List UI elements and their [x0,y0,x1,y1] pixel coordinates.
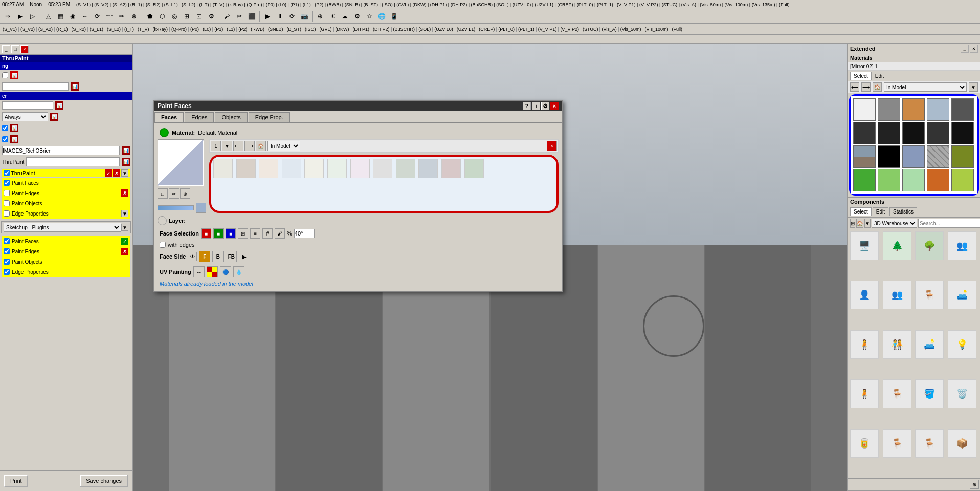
mat-swatch-4[interactable] [282,159,301,178]
comp-table1[interactable]: 🛋️ [915,330,944,359]
comp-table3[interactable]: 🪑 [883,429,911,458]
material-browser[interactable] [209,155,559,213]
checkbox2[interactable] [2,125,8,131]
in-model-nav-4[interactable]: ▼ [969,82,978,92]
mat-btn-nav2[interactable]: ⟶ [244,141,255,151]
comp-tall1[interactable]: 🪣 [915,379,944,408]
tab-edge-prop[interactable]: Edge Prop. [249,112,290,122]
mat-swatch-5[interactable] [304,159,324,178]
cb-edge-props-1[interactable] [4,210,10,217]
comp-tab-edit[interactable]: Edit [873,207,888,216]
swatch-black[interactable] [878,145,900,168]
swatch-dark3[interactable] [878,122,900,144]
swatch-blue1[interactable] [902,145,925,168]
plugin-down-icon-2[interactable]: ▼ [121,224,128,231]
with-edges-checkbox[interactable] [160,242,166,248]
comp-nav-1[interactable]: ⊞ [850,219,855,228]
comp-tree2[interactable]: 🌳 [915,231,944,260]
toolbar-btn-7[interactable]: ↔ [79,11,91,22]
swatch-lime[interactable] [951,169,974,191]
uv-btn-3[interactable]: 🔵 [220,266,231,277]
plugin-select[interactable]: Sketchup - Plugins [4,223,121,232]
view-tab[interactable]: (I_T) [123,27,136,32]
toolbar-btn-13[interactable]: ⬡ [157,11,168,22]
toolbar-btn-4[interactable]: △ [42,11,54,22]
view-tab[interactable]: (DH P1) [351,27,372,32]
comp-tab-statistics[interactable]: Statistics [889,207,917,216]
sel-btn-red[interactable]: ■ [201,228,211,239]
chart-icon-5[interactable]: 📊 [10,124,18,132]
chart-icon-6[interactable]: 📊 [10,135,18,143]
toolbar-btn-31[interactable]: 📱 [388,11,399,22]
layer-toggle[interactable] [158,216,167,225]
view-tab[interactable]: (DH P2) [371,27,392,32]
toolbar-btn-12[interactable]: ⬟ [144,11,155,22]
view-tab[interactable]: (S_L1) [88,27,105,32]
comp-people3[interactable]: 👥 [883,281,911,309]
input-1000[interactable]: 1000 [2,82,69,91]
comp-nav-3[interactable]: ▼ [864,219,871,228]
input-30[interactable]: 30 [2,101,53,110]
sel-paint-icon[interactable]: 🖌 [275,228,285,239]
mat-swatch-3[interactable] [259,159,278,178]
toolbar-btn-22[interactable]: ⏸ [274,11,285,22]
uv-btn-4[interactable]: 💧 [233,266,244,277]
close-btn-left[interactable]: × [20,45,29,53]
comp-people1[interactable]: 👥 [948,231,976,260]
mat-swatch-2[interactable] [236,159,256,178]
mat-btn-arrow[interactable]: ▼ [222,141,232,151]
toolbar-btn-16[interactable]: ⊡ [193,11,205,22]
mat-swatch-12[interactable] [464,159,484,178]
dialog-settings-btn[interactable]: ⚙ [541,102,549,110]
face-side-F[interactable]: F [199,251,210,262]
swatch-gray1[interactable] [878,98,900,121]
dialog-close-btn[interactable]: × [550,102,559,110]
comp-couch[interactable]: 🛋️ [948,281,976,309]
chart-icon-4[interactable]: 📊 [50,113,58,121]
view-tab[interactable]: (GVL) [318,27,334,32]
toolbar-btn-1[interactable]: ⇒ [2,11,13,22]
dialog-help-btn[interactable]: ? [523,102,531,110]
comp-tab-select[interactable]: Select [850,207,872,216]
chart-icon-1[interactable]: 📊 [10,71,18,79]
comp-table2[interactable]: 🪑 [883,379,911,408]
toolbar-btn-27[interactable]: ☁ [339,11,350,22]
toolbar-btn-15[interactable]: ⊞ [181,11,192,22]
toolbar-btn-29[interactable]: ☆ [364,11,375,22]
view-tab[interactable]: (S_V2) [19,27,37,32]
preview-icon-3[interactable]: ⊕ [180,188,190,199]
sel-btn-lines[interactable]: ≡ [250,228,260,239]
view-tab[interactable]: (S_L2) [105,27,123,32]
face-side-FB[interactable]: FB [226,251,237,262]
warehouse-select[interactable]: 3D Warehouse [872,219,917,228]
view-tab[interactable]: (PLT_1) [517,27,537,32]
view-tab[interactable]: (L1) [225,27,237,32]
mat-swatch-9[interactable] [396,159,415,178]
in-model-select[interactable]: In Model [884,82,967,92]
swatch-white[interactable] [853,98,876,121]
swatch-dark5[interactable] [927,122,949,144]
toolbar-btn-11[interactable]: ⊕ [128,11,140,22]
comp-can[interactable]: 🥫 [850,429,879,458]
toolbar-btn-30[interactable]: 🌐 [376,11,387,22]
toolbar-btn-6[interactable]: ◉ [67,11,78,22]
preview-icon-2[interactable]: ✏ [169,188,179,199]
view-tab[interactable]: (P1) [213,27,225,32]
toolbar-btn-26[interactable]: ☀ [327,11,338,22]
toolbar-btn-14[interactable]: ◎ [169,11,180,22]
swatch-dark1[interactable] [951,98,974,121]
mat-btn-1[interactable]: 1 [211,141,221,151]
view-tab[interactable]: (DKW) [334,27,351,32]
sel-btn-grid[interactable]: ⊞ [238,228,248,239]
view-tab[interactable]: (R_1) [55,27,70,32]
checkbox1[interactable] [2,72,8,78]
view-tab[interactable]: (Vis_A) [600,27,618,32]
maximize-btn[interactable]: □ [11,45,19,53]
comp-tree1[interactable]: 🌲 [883,231,911,260]
view-tab[interactable]: (V_V P1) [537,27,559,32]
tab-objects[interactable]: Objects [215,112,247,122]
ext-close-btn[interactable]: × [970,45,978,53]
swatch-blue-gray[interactable] [927,98,949,121]
view-tab[interactable]: (UZV L0) [433,27,455,32]
view-tab[interactable]: (k-Ray) [151,27,170,32]
